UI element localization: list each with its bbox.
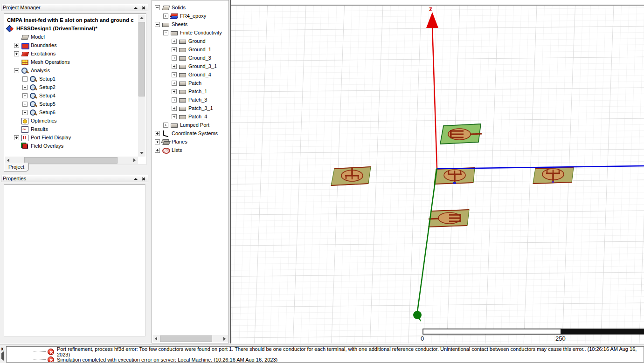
expand-plus-icon[interactable] — [22, 102, 28, 107]
message-bar-close-icon[interactable]: x — [1, 347, 4, 351]
expand-plus-icon[interactable] — [172, 114, 177, 119]
tree-item-lumped-port[interactable]: Lumped Port — [154, 121, 228, 129]
expand-plus-icon[interactable] — [172, 72, 177, 77]
planes-icon — [162, 138, 170, 145]
tree-item-patch[interactable]: Patch — [154, 79, 228, 87]
tree-item-ground-1[interactable]: Ground_1 — [154, 45, 228, 54]
patch-3d-object[interactable] — [440, 124, 482, 144]
z-axis-label: z — [429, 5, 432, 13]
scroll-right-icon[interactable] — [131, 157, 138, 164]
tree-item-finite-conductivity[interactable]: Finite Conductivity — [154, 28, 228, 37]
hscroll-thumb[interactable] — [160, 336, 212, 342]
tree-item-patch-1[interactable]: Patch_1 — [154, 87, 228, 96]
expand-plus-icon[interactable] — [22, 85, 28, 90]
close-panel-icon[interactable] — [140, 5, 146, 10]
expand-plus-icon[interactable] — [172, 106, 177, 111]
tree-item-coordinate-systems[interactable]: Coordinate Systems — [154, 129, 228, 137]
patch-3d-object[interactable] — [434, 168, 475, 184]
collapse-panel-icon[interactable] — [132, 176, 138, 181]
hscroll-thumb[interactable] — [24, 157, 118, 164]
project-tree-vscrollbar[interactable] — [138, 14, 145, 157]
tree-item-model[interactable]: Model — [6, 33, 138, 41]
tab-project[interactable]: Project — [4, 163, 29, 171]
tree-item-fr4-epoxy[interactable]: FR4_epoxy — [154, 12, 228, 20]
tree-item-field-overlays[interactable]: Field Overlays — [6, 142, 138, 150]
collapse-panel-icon[interactable] — [132, 5, 138, 10]
port-marker[interactable] — [552, 181, 554, 183]
tree-item-ground[interactable]: Ground — [154, 37, 228, 45]
expand-plus-icon[interactable] — [155, 148, 160, 153]
tree-item-analysis[interactable]: Analysis — [6, 66, 138, 75]
expand-plus-icon[interactable] — [163, 123, 168, 128]
tree-item-results[interactable]: Results — [6, 125, 138, 133]
tree-item-solids[interactable]: Solids — [154, 3, 228, 12]
tree-item-setup6[interactable]: Setup6 — [6, 108, 138, 116]
scroll-down-icon[interactable] — [138, 150, 145, 157]
tree-item-design[interactable]: HFSSDesign1 (DrivenTerminal)* — [6, 24, 138, 33]
collapse-minus-icon[interactable] — [163, 30, 168, 35]
model-tree-hscrollbar[interactable] — [152, 335, 228, 342]
tree-item-port-field-display[interactable]: Port Field Display — [6, 133, 138, 142]
collapse-minus-icon[interactable] — [155, 22, 160, 27]
tree-item-excitations[interactable]: Excitations — [6, 49, 138, 58]
tree-label: Patch_3_1 — [188, 105, 213, 111]
patch-3d-object[interactable] — [429, 210, 469, 227]
expand-plus-icon[interactable] — [172, 55, 177, 61]
patch-3d-object[interactable] — [533, 167, 574, 184]
tree-label: Excitations — [30, 51, 55, 56]
expand-plus-icon[interactable] — [22, 110, 28, 115]
lumped-port-marker[interactable] — [453, 182, 456, 184]
modeler-viewport[interactable]: z 0 250 — [229, 0, 644, 343]
message-text: Port refinement, process hf3d error: Too… — [57, 346, 644, 357]
project-manager-title: Project Manager — [3, 5, 131, 10]
scroll-right-icon[interactable] — [221, 335, 228, 342]
close-panel-icon[interactable] — [140, 176, 146, 181]
expand-plus-icon[interactable] — [155, 139, 160, 144]
hfss-design-icon — [7, 25, 14, 32]
vscroll-thumb[interactable] — [138, 22, 145, 96]
tree-item-mesh-operations[interactable]: Mesh Operations — [6, 58, 138, 66]
scroll-left-icon[interactable] — [152, 335, 159, 342]
tree-item-setup4[interactable]: Setup4 — [6, 91, 138, 100]
properties-titlebar[interactable]: Properties — [1, 175, 148, 182]
tree-item-patch-4[interactable]: Patch_4 — [154, 112, 228, 121]
expand-plus-icon[interactable] — [172, 89, 177, 94]
tree-item-setup2[interactable]: Setup2 — [6, 83, 138, 91]
scroll-up-icon[interactable] — [138, 14, 145, 21]
collapse-minus-icon[interactable] — [14, 68, 19, 73]
expand-plus-icon[interactable] — [163, 14, 168, 19]
tree-item-patch-3[interactable]: Patch_3 — [154, 96, 228, 104]
patch-3d-object[interactable] — [331, 167, 371, 185]
tree-item-boundaries[interactable]: Boundaries — [6, 41, 138, 49]
expand-plus-icon[interactable] — [172, 64, 177, 69]
tree-item-planes[interactable]: Planes — [154, 137, 228, 146]
project-manager-titlebar[interactable]: Project Manager — [1, 4, 148, 11]
tree-item-ground-4[interactable]: Ground_4 — [154, 70, 228, 79]
tree-item-ground-3[interactable]: Ground_3 — [154, 54, 228, 62]
tree-item-patch-3-1[interactable]: Patch_3_1 — [154, 104, 228, 112]
expand-plus-icon[interactable] — [172, 81, 177, 86]
tree-item-project[interactable]: CMPA inset-fed with E slot on patch and … — [6, 16, 138, 24]
expand-plus-icon[interactable] — [22, 76, 28, 82]
expand-plus-icon[interactable] — [14, 43, 19, 48]
tree-item-setup1[interactable]: Setup1 — [6, 75, 138, 83]
tree-item-sheets[interactable]: Sheets — [154, 20, 228, 28]
expand-plus-icon[interactable] — [22, 93, 28, 98]
tree-label: Patch_4 — [188, 114, 207, 119]
excitations-icon — [21, 50, 29, 57]
expand-plus-icon[interactable] — [172, 47, 177, 52]
expand-plus-icon[interactable] — [172, 39, 177, 44]
expand-plus-icon[interactable] — [172, 97, 177, 103]
tree-item-setup5[interactable]: Setup5 — [6, 100, 138, 108]
collapse-minus-icon[interactable] — [155, 5, 160, 10]
tree-item-ground-3-1[interactable]: Ground_3_1 — [154, 62, 228, 70]
expand-plus-icon[interactable] — [14, 135, 19, 140]
modeler-canvas[interactable]: z 0 250 — [229, 0, 644, 343]
expand-plus-icon[interactable] — [155, 131, 160, 136]
message-row[interactable]: Port refinement, process hf3d error: Too… — [7, 348, 644, 356]
ruler-mid-label: 250 — [555, 335, 566, 342]
message-bar-collapse-icon[interactable] — [1, 353, 4, 359]
tree-item-optimetrics[interactable]: Optimetrics — [6, 116, 138, 125]
expand-plus-icon[interactable] — [14, 51, 19, 56]
tree-item-lists[interactable]: Lists — [154, 146, 228, 154]
